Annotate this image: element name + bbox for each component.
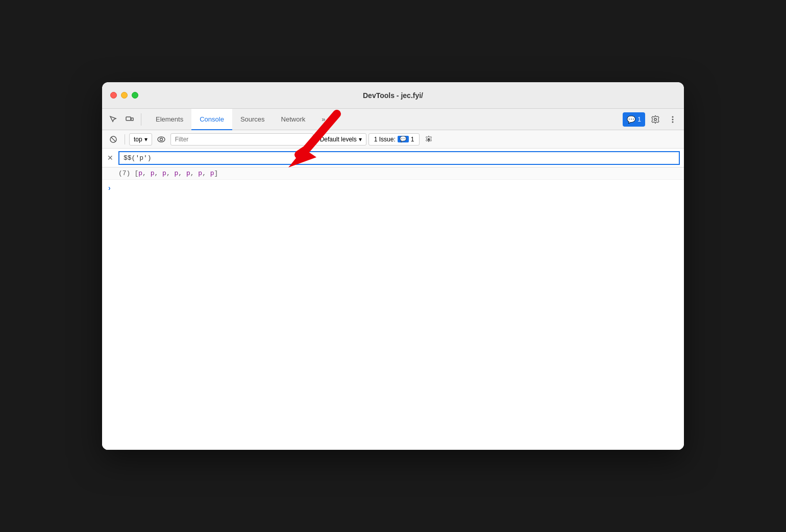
svg-line-8	[111, 137, 115, 141]
close-button[interactable]	[110, 92, 117, 99]
issue-badge-count: 1	[411, 136, 414, 143]
prompt-arrow[interactable]: ›	[108, 184, 111, 192]
console-toolbar: top ▾ Default levels ▾ 1 Issue: 💬 1	[102, 130, 684, 149]
console-result-row: (7) [p, p, p, p, p, p, p]	[102, 167, 684, 180]
tab-sources[interactable]: Sources	[232, 109, 273, 130]
console-settings-icon[interactable]	[422, 132, 436, 147]
console-clear-icon[interactable]: ✕	[102, 149, 118, 167]
dropdown-icon: ▾	[144, 136, 148, 143]
context-selector[interactable]: top ▾	[129, 133, 152, 146]
levels-selector[interactable]: Default levels ▾	[315, 133, 366, 146]
tab-console[interactable]: Console	[191, 109, 232, 130]
svg-point-2	[672, 116, 674, 117]
tabs-right: 💬 1	[623, 112, 680, 127]
toolbar-divider-1	[125, 134, 125, 144]
svg-point-9	[158, 137, 165, 142]
badge-count: 1	[637, 116, 641, 123]
issues-badge-button[interactable]: 💬 1	[623, 112, 645, 127]
more-options-icon[interactable]	[666, 112, 680, 127]
console-input[interactable]	[118, 151, 680, 165]
console-area: ✕ (7) [p, p, p, p, p, p, p] ›	[102, 149, 684, 450]
levels-label: Default levels	[320, 136, 357, 143]
prompt-row: ›	[102, 180, 684, 196]
message-icon: 💬	[627, 115, 635, 124]
levels-dropdown-icon: ▾	[359, 136, 362, 143]
minimize-button[interactable]	[121, 92, 128, 99]
tabs-bar: Elements Console Sources Network » 💬	[102, 109, 684, 130]
result-items: [p, p, p, p, p, p, p]	[134, 170, 218, 177]
tab-more[interactable]: »	[313, 109, 333, 130]
svg-point-11	[428, 138, 430, 140]
maximize-button[interactable]	[132, 92, 138, 99]
tabs-container: Elements Console Sources Network » 💬	[102, 109, 684, 130]
tab-elements[interactable]: Elements	[148, 109, 191, 130]
svg-rect-1	[131, 118, 133, 120]
result-count: (7)	[118, 170, 130, 177]
issue-icon: 💬	[398, 136, 409, 142]
tabs-left-icons	[106, 112, 143, 127]
devtools-window: DevTools - jec.fyi/	[102, 82, 684, 450]
svg-point-3	[672, 118, 674, 120]
tab-divider	[141, 113, 141, 126]
inspect-icon[interactable]	[106, 112, 120, 127]
device-toggle-icon[interactable]	[122, 112, 137, 127]
svg-point-10	[160, 138, 162, 140]
devtools-content: Elements Console Sources Network » 💬	[102, 109, 684, 450]
eye-icon[interactable]	[154, 132, 168, 147]
svg-point-4	[672, 121, 674, 123]
svg-rect-0	[126, 117, 131, 120]
titlebar: DevTools - jec.fyi/	[102, 82, 684, 109]
issue-badge[interactable]: 1 Issue: 💬 1	[369, 133, 420, 146]
console-input-row: ✕	[102, 149, 684, 167]
issue-count-label: 1 Issue:	[374, 136, 396, 143]
clear-console-icon[interactable]	[106, 132, 120, 147]
settings-icon[interactable]	[648, 112, 662, 127]
context-label: top	[134, 136, 142, 143]
filter-input[interactable]	[170, 133, 313, 146]
tab-network[interactable]: Network	[273, 109, 314, 130]
window-title: DevTools - jec.fyi/	[363, 91, 423, 100]
traffic-lights	[110, 92, 138, 99]
